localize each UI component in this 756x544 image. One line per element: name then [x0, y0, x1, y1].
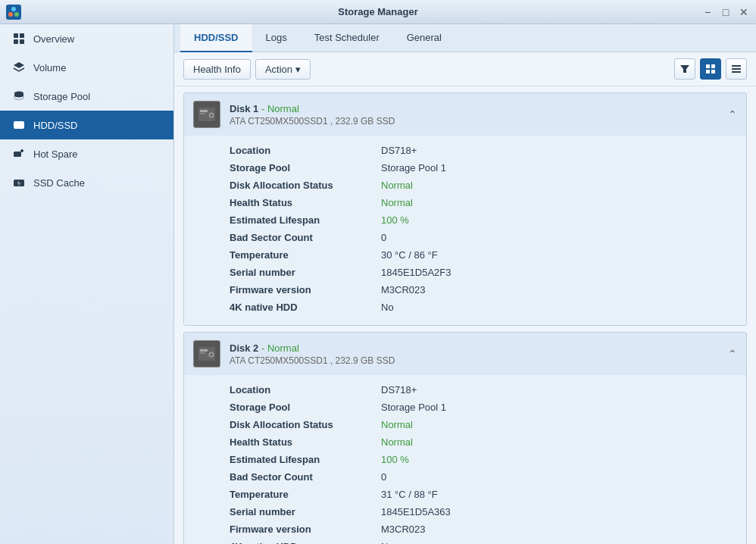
grid-icon — [12, 32, 26, 45]
svg-rect-32 — [200, 349, 208, 352]
sidebar-label-hot-spare: Hot Spare — [33, 149, 78, 160]
tab-hdd-ssd[interactable]: HDD/SSD — [180, 24, 252, 52]
svg-rect-12 — [15, 126, 18, 127]
action-button[interactable]: Action ▾ — [255, 59, 311, 80]
svg-marker-7 — [14, 62, 24, 68]
svg-point-0 — [11, 7, 16, 11]
svg-rect-27 — [200, 110, 208, 112]
table-row: Estimated Lifespan 100 % — [230, 451, 731, 468]
table-row: Temperature 30 °C / 86 °F — [230, 246, 731, 264]
table-row: Storage Pool Storage Pool 1 — [230, 399, 731, 416]
svg-point-2 — [14, 12, 19, 17]
table-row: Disk Allocation Status Normal — [230, 177, 731, 194]
sidebar-item-storage-pool[interactable]: Storage Pool — [0, 82, 173, 111]
svg-rect-6 — [20, 39, 24, 44]
database-icon — [12, 89, 26, 103]
disk-1-subtitle: ATA CT250MX500SSD1 , 232.9 GB SSD — [230, 116, 719, 127]
app-title: Storage Manager — [338, 6, 417, 17]
tab-test-scheduler[interactable]: Test Scheduler — [301, 24, 393, 52]
disk-2-header[interactable]: Disk 2 - Normal ATA CT250MX500SSD1 , 232… — [184, 333, 746, 375]
toolbar: Health Info Action ▾ — [174, 52, 756, 86]
table-row: Serial number 1845E1D5A363 — [230, 503, 731, 521]
table-row: Location DS718+ — [230, 142, 731, 159]
sidebar-label-volume: Volume — [33, 62, 66, 73]
sidebar-label-overview: Overview — [33, 33, 74, 45]
sidebar-item-volume[interactable]: Volume — [0, 53, 173, 82]
svg-rect-19 — [706, 64, 710, 68]
svg-rect-11 — [15, 123, 20, 125]
svg-rect-20 — [711, 64, 715, 68]
health-info-button[interactable]: Health Info — [183, 59, 251, 80]
disk-2-subtitle: ATA CT250MX500SSD1 , 232.9 GB SSD — [230, 355, 719, 366]
disk-1-name: Disk 1 - Normal — [230, 103, 719, 114]
svg-point-1 — [8, 12, 13, 17]
table-row: Disk Allocation Status Normal — [230, 416, 731, 433]
table-row: 4K native HDD No — [230, 299, 731, 316]
disk-1-icon — [193, 101, 220, 128]
svg-point-30 — [211, 114, 213, 117]
tab-logs[interactable]: Logs — [252, 24, 301, 52]
table-row: Bad Sector Count 0 — [230, 468, 731, 486]
table-row: 4K native HDD No — [230, 538, 731, 544]
svg-rect-5 — [14, 39, 18, 44]
sidebar-item-overview[interactable]: Overview — [0, 24, 173, 53]
card-view-button[interactable] — [700, 58, 721, 80]
filter-button[interactable] — [674, 58, 695, 80]
minimize-button[interactable]: − — [701, 6, 714, 18]
disk-1-title-area: Disk 1 - Normal ATA CT250MX500SSD1 , 232… — [230, 103, 719, 127]
close-button[interactable]: ✕ — [738, 6, 750, 18]
layers-icon — [12, 61, 26, 74]
table-row: Serial number 1845E1D5A2F3 — [230, 264, 731, 281]
dropdown-arrow-icon: ▾ — [295, 64, 301, 75]
disk-2-name: Disk 2 - Normal — [230, 342, 719, 354]
table-row: Storage Pool Storage Pool 1 — [230, 159, 731, 177]
sidebar-item-hdd-ssd[interactable]: HDD/SSD — [0, 111, 173, 139]
svg-rect-25 — [732, 71, 741, 73]
disk-card-2: Disk 2 - Normal ATA CT250MX500SSD1 , 232… — [183, 332, 747, 544]
tab-general[interactable]: General — [393, 24, 455, 52]
window-controls: − □ ✕ — [701, 6, 750, 18]
svg-rect-3 — [14, 33, 18, 38]
list-view-button[interactable] — [726, 58, 747, 80]
disk-2-status: - Normal — [261, 342, 299, 354]
svg-point-10 — [20, 123, 23, 127]
table-row: Health Status Normal — [230, 194, 731, 211]
svg-rect-21 — [706, 70, 710, 73]
app-logo — [6, 5, 21, 20]
disk-2-icon — [193, 340, 220, 367]
sidebar-item-hot-spare[interactable]: Hot Spare — [0, 139, 173, 168]
sidebar-label-ssd-cache: SSD Cache — [33, 177, 85, 189]
sidebar-label-storage-pool: Storage Pool — [33, 91, 90, 102]
svg-point-35 — [211, 354, 213, 356]
sidebar-item-ssd-cache[interactable]: SSD Cache — [0, 168, 173, 197]
table-row: Bad Sector Count 0 — [230, 229, 731, 246]
sidebar-label-hdd-ssd: HDD/SSD — [33, 120, 78, 131]
table-row: Health Status Normal — [230, 433, 731, 451]
table-row: Estimated Lifespan 100 % — [230, 211, 731, 229]
table-row: Location DS718+ — [230, 381, 731, 399]
table-row: Temperature 31 °C / 88 °F — [230, 486, 731, 503]
table-row: Firmware version M3CR023 — [230, 521, 731, 538]
svg-rect-33 — [200, 352, 205, 354]
svg-rect-4 — [20, 33, 24, 38]
disk-1-chevron-icon: ⌃ — [728, 108, 737, 120]
disk-list: Disk 1 - Normal ATA CT250MX500SSD1 , 232… — [174, 86, 756, 544]
svg-rect-24 — [732, 68, 741, 70]
tab-bar: HDD/SSD Logs Test Scheduler General — [174, 24, 756, 52]
content-area: HDD/SSD Logs Test Scheduler General Heal… — [174, 24, 756, 544]
disk-1-details: Location DS718+ Storage Pool Storage Poo… — [184, 136, 746, 325]
disk-1-status: - Normal — [261, 103, 299, 114]
table-row: Firmware version M3CR023 — [230, 281, 731, 299]
disk-1-header[interactable]: Disk 1 - Normal ATA CT250MX500SSD1 , 232… — [184, 93, 746, 136]
svg-rect-23 — [732, 65, 741, 67]
sidebar: Overview Volume Storage Pool — [0, 24, 174, 544]
disk-card-1: Disk 1 - Normal ATA CT250MX500SSD1 , 232… — [183, 92, 747, 326]
maximize-button[interactable]: □ — [720, 6, 732, 18]
svg-marker-18 — [680, 65, 689, 73]
app-body: Overview Volume Storage Pool — [0, 24, 756, 544]
disk-icon — [12, 118, 26, 132]
disk-2-title-area: Disk 2 - Normal ATA CT250MX500SSD1 , 232… — [230, 342, 719, 366]
plus-disk-icon — [12, 147, 26, 161]
titlebar: Storage Manager − □ ✕ — [0, 0, 756, 24]
svg-rect-28 — [200, 113, 205, 114]
